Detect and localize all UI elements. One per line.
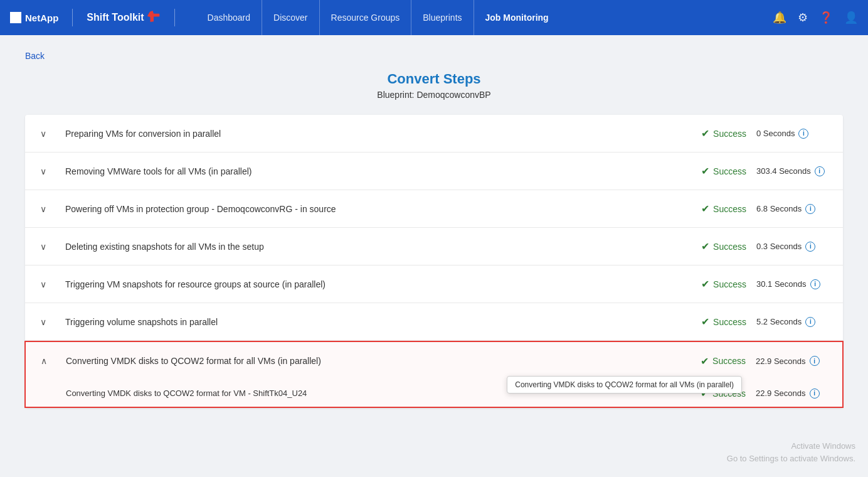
step-status-1: ✔ Success <box>684 127 746 139</box>
step-duration-4: 0.3 Seconds i <box>746 242 828 252</box>
header-logo: NetApp Shift Toolkit <box>10 9 184 26</box>
success-icon-2: ✔ <box>701 165 709 177</box>
expand-icon-7[interactable] <box>41 356 58 366</box>
step-label-5: Triggering VM snapshots for resource gro… <box>58 279 684 289</box>
info-icon-4[interactable]: i <box>805 242 815 252</box>
sub-step-row-1: Converting VMDK disks to QCOW2 format fo… <box>26 380 842 407</box>
info-icon-2[interactable]: i <box>815 166 825 176</box>
success-icon-4: ✔ <box>701 240 709 252</box>
step-status-3: ✔ Success <box>684 203 746 215</box>
step-row-7: Converting VMDK disks to QCOW2 format fo… <box>26 342 842 380</box>
step-label-1: Preparing VMs for conversion in parallel <box>58 129 684 139</box>
info-icon-6[interactable]: i <box>805 317 815 327</box>
success-icon-5: ✔ <box>701 278 709 290</box>
info-icon-7[interactable]: i <box>810 356 820 366</box>
help-icon[interactable]: ❓ <box>819 11 833 24</box>
page-title: Convert Steps <box>25 71 843 87</box>
step-7-highlighted-container: Converting VMDK disks to QCOW2 format fo… <box>24 341 844 408</box>
step-duration-7: 22.9 Seconds i <box>746 356 827 366</box>
netapp-label: NetApp <box>25 13 58 23</box>
main-nav: Dashboard Discover Resource Groups Bluep… <box>196 0 560 35</box>
nav-blueprints[interactable]: Blueprints <box>411 0 474 35</box>
step-label-6: Triggering volume snapshots in parallel <box>58 317 684 327</box>
step-status-4: ✔ Success <box>684 240 746 252</box>
step-duration-6: 5.2 Seconds i <box>746 317 828 327</box>
step-row-2: Removing VMWare tools for all VMs (in pa… <box>25 153 843 190</box>
tooltip-box: Converting VMDK disks to QCOW2 format fo… <box>507 376 742 394</box>
sub-step-info-icon-1[interactable]: i <box>810 389 820 399</box>
step-row-5: Triggering VM snapshots for resource gro… <box>25 265 843 303</box>
expand-icon-3[interactable] <box>40 204 58 214</box>
header: NetApp Shift Toolkit Dashboard Discover … <box>0 0 868 35</box>
step-label-2: Removing VMWare tools for all VMs (in pa… <box>58 166 684 176</box>
header-icons: 🔔 ⚙ ❓ 👤 <box>773 11 858 24</box>
expand-icon-4[interactable] <box>40 242 58 252</box>
user-icon[interactable]: 👤 <box>844 11 858 24</box>
info-icon-1[interactable]: i <box>798 129 808 139</box>
step-duration-3: 6.8 Seconds i <box>746 204 828 214</box>
steps-container: Preparing VMs for conversion in parallel… <box>25 115 843 408</box>
expand-icon-5[interactable] <box>40 279 58 289</box>
step-duration-2: 303.4 Seconds i <box>746 166 828 176</box>
step-status-2: ✔ Success <box>684 165 746 177</box>
success-icon-7: ✔ <box>701 355 709 367</box>
nav-job-monitoring[interactable]: Job Monitoring <box>474 0 560 35</box>
step-status-7: ✔ Success <box>683 355 746 367</box>
header-divider <box>72 9 73 26</box>
netapp-square-icon <box>10 12 21 23</box>
step-duration-1: 0 Seconds i <box>746 129 828 139</box>
step-row-1: Preparing VMs for conversion in parallel… <box>25 115 843 153</box>
back-link[interactable]: Back <box>25 51 45 61</box>
shift-toolkit-label: Shift Toolkit <box>87 11 160 24</box>
success-text-2: Success <box>713 166 746 176</box>
nav-dashboard[interactable]: Dashboard <box>196 0 263 35</box>
success-icon-1: ✔ <box>701 127 709 139</box>
notifications-icon[interactable]: 🔔 <box>773 11 786 24</box>
page-subtitle: Blueprint: DemoqcowconvBP <box>25 90 843 100</box>
settings-icon[interactable]: ⚙ <box>798 11 808 24</box>
nav-resource-groups[interactable]: Resource Groups <box>320 0 412 35</box>
netapp-logo: NetApp <box>10 12 58 23</box>
step-label-7: Converting VMDK disks to QCOW2 format fo… <box>58 356 683 366</box>
step-status-5: ✔ Success <box>684 278 746 290</box>
nav-discover[interactable]: Discover <box>262 0 319 35</box>
expand-icon-6[interactable] <box>40 317 58 327</box>
step-label-3: Powering off VMs in protection group - D… <box>58 204 684 214</box>
success-text-1: Success <box>713 129 746 139</box>
success-text-5: Success <box>713 279 746 289</box>
success-icon-6: ✔ <box>701 316 709 328</box>
success-text-7: Success <box>712 356 746 366</box>
sub-step-duration-1: 22.9 Seconds i <box>746 389 827 399</box>
step-label-4: Deleting existing snapshots for all VMs … <box>58 242 684 252</box>
info-icon-3[interactable]: i <box>805 204 815 214</box>
main-content: Back Convert Steps Blueprint: Demoqcowco… <box>0 35 868 477</box>
step-row-3: Powering off VMs in protection group - D… <box>25 190 843 228</box>
step-row-6: Triggering volume snapshots in parallel … <box>25 303 843 341</box>
wrench-icon <box>144 8 163 27</box>
step-status-6: ✔ Success <box>684 316 746 328</box>
header-divider-2 <box>174 9 175 26</box>
info-icon-5[interactable]: i <box>810 279 820 289</box>
step-row-4: Deleting existing snapshots for all VMs … <box>25 228 843 265</box>
success-text-3: Success <box>713 204 746 214</box>
expand-icon-2[interactable] <box>40 166 58 176</box>
success-text-4: Success <box>713 242 746 252</box>
success-text-6: Success <box>713 317 746 327</box>
success-icon-3: ✔ <box>701 203 709 215</box>
expand-icon-1[interactable] <box>40 129 58 139</box>
step-duration-5: 30.1 Seconds i <box>746 279 828 289</box>
